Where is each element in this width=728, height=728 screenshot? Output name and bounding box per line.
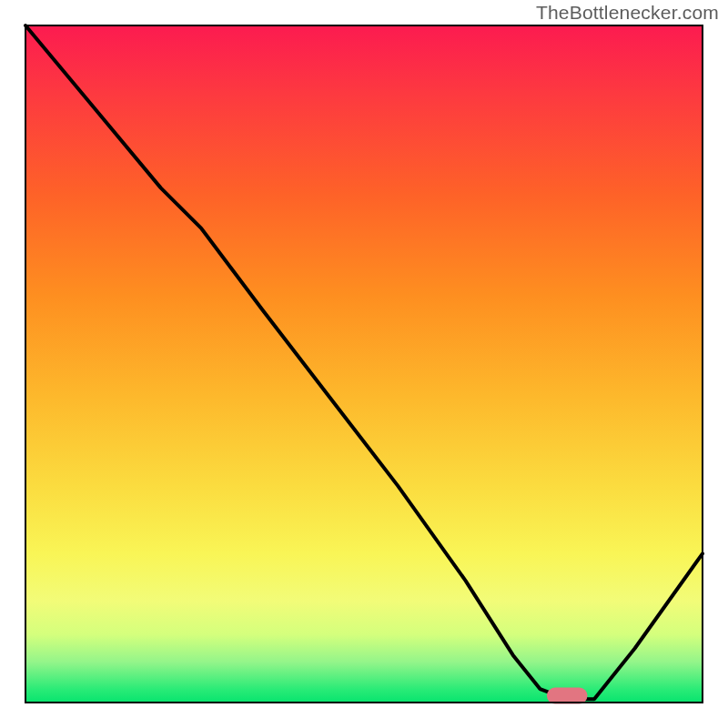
axis-right — [702, 25, 703, 703]
axis-top — [25, 25, 703, 26]
bottleneck-curve — [25, 25, 703, 699]
curve-layer — [25, 25, 703, 703]
chart-container: TheBottlenecker.com — [0, 0, 728, 728]
watermark-text: TheBottlenecker.com — [536, 2, 719, 24]
axis-bottom — [25, 702, 703, 703]
axis-left — [25, 25, 26, 703]
